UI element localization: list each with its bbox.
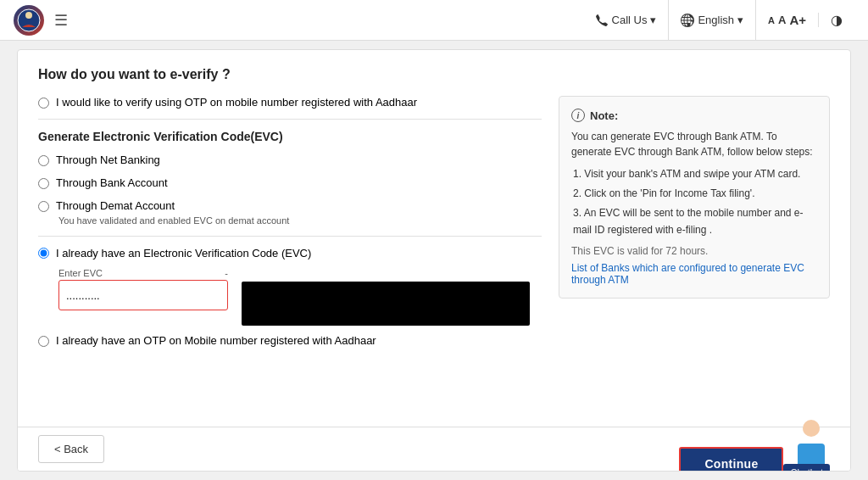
page-title: How do you want to e-verify ? <box>38 67 830 82</box>
already-have-evc-option[interactable]: I already have an Electronic Verificatio… <box>38 247 542 260</box>
chatbot-avatar <box>793 418 830 464</box>
globe-icon <box>681 14 694 27</box>
header-right: Call Us ▾ English ▾ A A A+ ◑ <box>583 0 854 41</box>
info-icon: i <box>571 109 585 122</box>
note-panel: i Note: You can generate EVC through Ban… <box>559 96 830 299</box>
evc-input-label: Enter EVC - <box>58 268 228 278</box>
chatbot-area: Chatbot <box>783 418 830 472</box>
content-area: I would like to verify using OTP on mobi… <box>38 96 830 357</box>
otp-aadhaar-label: I already have an OTP on Mobile number r… <box>56 334 376 347</box>
bank-account-radio[interactable] <box>38 178 49 189</box>
bottom-bar: < Back Continue Chatbot <box>18 427 850 471</box>
aadhaar-otp-option[interactable]: I would like to verify using OTP on mobi… <box>38 96 542 109</box>
demat-account-label: Through Demat Account <box>56 199 175 212</box>
redacted-area <box>242 282 530 326</box>
logo <box>14 5 44 36</box>
note-step-3: 3. An EVC will be sent to the mobile num… <box>573 205 817 237</box>
call-us-chevron: ▾ <box>650 14 656 26</box>
call-us-label: Call Us <box>612 14 648 26</box>
evc-input[interactable] <box>58 280 228 310</box>
call-us-button[interactable]: Call Us ▾ <box>583 0 670 41</box>
aadhaar-otp-radio[interactable] <box>38 98 49 109</box>
svg-point-1 <box>25 12 32 19</box>
note-step-2: 2. Click on the 'Pin for Income Tax fili… <box>573 186 817 202</box>
bank-account-label: Through Bank Account <box>56 176 168 189</box>
already-have-evc-radio[interactable] <box>38 248 49 259</box>
bank-list-link[interactable]: List of Banks which are configured to ge… <box>571 262 804 286</box>
note-validity: This EVC is valid for 72 hours. <box>571 245 817 257</box>
net-banking-label: Through Net Banking <box>56 153 160 166</box>
header: ☰ Call Us ▾ English ▾ A A A+ ◑ <box>0 0 868 41</box>
evc-input-group: Enter EVC - <box>58 268 228 310</box>
back-label: < Back <box>54 443 88 455</box>
font-controls: A A A+ <box>756 13 819 27</box>
language-button[interactable]: English ▾ <box>669 0 756 41</box>
language-chevron: ▾ <box>737 14 743 26</box>
font-small-button[interactable]: A <box>768 15 775 25</box>
continue-button[interactable]: Continue <box>679 447 783 472</box>
note-title: Note: <box>590 109 618 122</box>
note-header: i Note: <box>571 109 817 122</box>
net-banking-radio[interactable] <box>38 155 49 166</box>
chatbot-label[interactable]: Chatbot <box>783 464 830 472</box>
language-label: English <box>698 14 734 26</box>
main-content: How do you want to e-verify ? I would li… <box>17 49 851 472</box>
phone-icon <box>595 14 609 27</box>
contrast-button[interactable]: ◑ <box>819 12 854 28</box>
footer-right: Continue Chatbot <box>679 418 830 472</box>
continue-label: Continue <box>704 457 758 471</box>
left-panel: I would like to verify using OTP on mobi… <box>38 96 542 357</box>
net-banking-option[interactable]: Through Net Banking <box>38 153 542 166</box>
evc-input-row: Enter EVC - <box>58 268 542 326</box>
divider-1 <box>38 119 542 120</box>
hamburger-icon[interactable]: ☰ <box>54 11 68 30</box>
font-large-button[interactable]: A+ <box>789 13 806 27</box>
back-button[interactable]: < Back <box>38 435 104 463</box>
otp-aadhaar-radio[interactable] <box>38 336 49 347</box>
demat-account-option[interactable]: Through Demat Account <box>38 199 542 212</box>
demat-account-radio[interactable] <box>38 201 49 212</box>
demat-sub-text: You have validated and enabled EVC on de… <box>58 215 542 226</box>
already-have-evc-label: I already have an Electronic Verificatio… <box>56 247 311 260</box>
evc-section-title: Generate Electronic Verification Code(EV… <box>38 130 542 143</box>
note-step-1: 1. Visit your bank's ATM and swipe your … <box>573 166 817 182</box>
otp-aadhaar-option[interactable]: I already have an OTP on Mobile number r… <box>38 334 542 347</box>
divider-2 <box>38 236 542 237</box>
aadhaar-otp-label: I would like to verify using OTP on mobi… <box>56 96 417 109</box>
evc-label-text: Enter EVC <box>58 268 103 278</box>
font-medium-button[interactable]: A <box>778 14 786 26</box>
evc-label-dash: - <box>225 268 228 278</box>
bank-account-option[interactable]: Through Bank Account <box>38 176 542 189</box>
header-left: ☰ <box>14 5 68 36</box>
note-steps: 1. Visit your bank's ATM and swipe your … <box>571 166 817 238</box>
note-text: You can generate EVC through Bank ATM. T… <box>571 129 817 159</box>
